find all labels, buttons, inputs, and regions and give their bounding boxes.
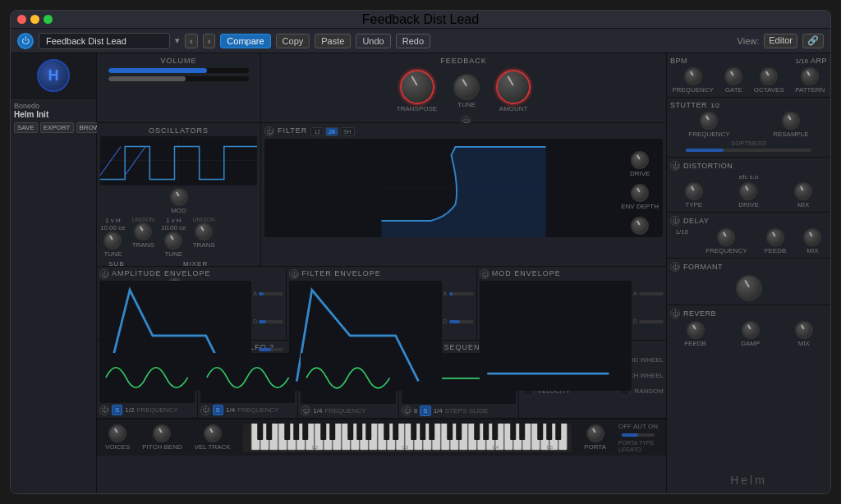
- minimize-button[interactable]: [30, 15, 39, 24]
- reverb-mix-knob[interactable]: [795, 321, 813, 339]
- transpose-knob[interactable]: [400, 70, 434, 104]
- volume-slider2[interactable]: [108, 76, 250, 81]
- feedback-label: FEEDBACK: [440, 57, 487, 65]
- amp-d-slider[interactable]: [259, 320, 283, 323]
- dist-type-knob[interactable]: [685, 182, 703, 200]
- next-preset-button[interactable]: ›: [203, 34, 216, 48]
- vel-track-knob[interactable]: [204, 424, 222, 442]
- step-s-btn[interactable]: S: [420, 405, 430, 416]
- maximize-button[interactable]: [44, 15, 53, 24]
- delay-label: DELAY: [683, 217, 709, 225]
- filter-label: FILTER: [278, 126, 307, 135]
- reverb-mix-group: MIX: [795, 321, 813, 347]
- voices-knob[interactable]: [108, 424, 126, 442]
- drive-knob[interactable]: [631, 151, 649, 169]
- view-select[interactable]: Editor: [764, 34, 797, 48]
- osc-label: OSCILLATORS: [100, 126, 257, 135]
- compare-button[interactable]: Compare: [220, 34, 270, 48]
- filter-24db[interactable]: 24: [325, 127, 338, 136]
- osc2-trans-knob[interactable]: [195, 222, 213, 241]
- filter-power[interactable]: ⏻: [264, 126, 274, 136]
- tune-knob[interactable]: [453, 74, 480, 100]
- stutter-resample-knob[interactable]: [782, 112, 800, 130]
- reverb-damp-knob[interactable]: [742, 321, 760, 339]
- filter-12db[interactable]: 12: [310, 127, 324, 136]
- osc2-tune-knob[interactable]: [164, 231, 182, 250]
- porta-group: PORTA: [584, 424, 606, 451]
- copy-button[interactable]: Copy: [276, 34, 310, 48]
- dist-type-label: TYPE: [685, 201, 702, 208]
- osc1-trans-knob[interactable]: [134, 222, 152, 241]
- mod-env-power[interactable]: ⏻: [480, 269, 489, 279]
- svg-rect-74: [555, 424, 561, 440]
- filter-env-power[interactable]: ⏻: [289, 269, 299, 279]
- delay-power[interactable]: ⏻: [670, 216, 680, 226]
- arp-pattern-knob[interactable]: [801, 67, 819, 85]
- amp-a-slider[interactable]: [259, 292, 283, 296]
- redo-button[interactable]: Redo: [396, 34, 430, 48]
- prev-preset-button[interactable]: ‹: [185, 34, 198, 48]
- fil-d-slider[interactable]: [449, 320, 474, 323]
- porta-knob[interactable]: [586, 424, 604, 442]
- volume-slider[interactable]: [108, 68, 250, 73]
- softness-slider[interactable]: [686, 149, 811, 152]
- export-button[interactable]: EXPORT: [40, 122, 74, 133]
- bottom-row: VOICES PITCH BEND VEL TRACK: [97, 419, 666, 456]
- drive-group: DRIVE: [630, 151, 650, 177]
- save-button[interactable]: SAVE: [14, 122, 38, 133]
- lfo2-s-btn[interactable]: S: [213, 405, 223, 415]
- svg-rect-70: [510, 424, 516, 440]
- envelope-row: ⏻ AMPLITUDE ENVELOPE A D: [97, 267, 666, 341]
- svg-rect-10: [106, 353, 188, 403]
- arp-oct-knob[interactable]: [760, 67, 778, 85]
- fil-a-slider[interactable]: [449, 292, 474, 296]
- close-button[interactable]: [17, 15, 26, 24]
- delay-feedb-knob[interactable]: [766, 228, 784, 246]
- amp-s-slider[interactable]: [259, 348, 283, 351]
- arp-gate-knob[interactable]: [724, 67, 742, 85]
- formant-power[interactable]: ⏻: [670, 262, 680, 272]
- tune-group: TUNE: [453, 74, 480, 108]
- lfo1-power[interactable]: ⏻: [99, 405, 109, 415]
- mod-d-slider[interactable]: [639, 320, 664, 323]
- distortion-power[interactable]: ⏻: [670, 161, 680, 171]
- osc1-tune-knob[interactable]: [103, 231, 122, 250]
- note-c2: C2: [311, 445, 318, 450]
- lfo2-power[interactable]: ⏻: [200, 405, 210, 415]
- porta-type-slider[interactable]: [622, 433, 655, 437]
- power-button[interactable]: [17, 33, 34, 49]
- mono-lfo1: MONO LFO 1 ⏻ S 1/2 FREQUENCY: [97, 341, 198, 418]
- poly-lfo-power[interactable]: ⏻: [301, 405, 310, 415]
- filter-sh[interactable]: SH: [340, 127, 355, 136]
- delay-feedb-group: FEEDB: [765, 228, 787, 254]
- pitch-bend-knob[interactable]: [153, 424, 171, 442]
- key-track-knob[interactable]: [631, 217, 649, 235]
- link-button[interactable]: 🔗: [802, 34, 824, 48]
- mod-a-slider[interactable]: [639, 292, 664, 296]
- stutter-resample-group: RESAMPLE: [773, 112, 809, 138]
- dist-drive-knob[interactable]: [739, 182, 757, 200]
- amp-env-power[interactable]: ⏻: [99, 269, 109, 279]
- lfo1-s-btn[interactable]: S: [112, 405, 122, 415]
- undo-button[interactable]: Undo: [356, 34, 390, 48]
- amount-knob[interactable]: [496, 70, 531, 104]
- top-middle: VOLUME FEEDBACK TRANSPOSE: [97, 53, 666, 123]
- mod-knob[interactable]: [170, 188, 188, 206]
- env-depth-knob[interactable]: [631, 184, 649, 202]
- stutter-freq-knob[interactable]: [700, 112, 718, 130]
- step-seq-power[interactable]: ⏻: [402, 405, 411, 415]
- env-depth-group: ENV DEPTH: [621, 184, 659, 210]
- reverb-power[interactable]: ⏻: [670, 309, 680, 318]
- reverb-header: ⏻ REVERB: [670, 309, 827, 318]
- filter-type-btns: 12 24 SH: [310, 127, 354, 136]
- dist-mix-knob[interactable]: [794, 182, 812, 200]
- piano-keyboard[interactable]: C2 C3 C4 C5: [243, 424, 572, 452]
- preset-arrow[interactable]: ▾: [175, 35, 180, 46]
- delay-mix-knob[interactable]: [803, 228, 821, 246]
- paste-button[interactable]: Paste: [315, 34, 351, 48]
- mod-envelope: ⏻ MOD ENVELOPE A D S: [477, 267, 666, 340]
- reverb-feedb-knob[interactable]: [687, 321, 705, 339]
- arp-freq-knob[interactable]: [684, 67, 702, 85]
- formant-knob[interactable]: [736, 275, 762, 301]
- delay-freq-knob[interactable]: [717, 228, 735, 246]
